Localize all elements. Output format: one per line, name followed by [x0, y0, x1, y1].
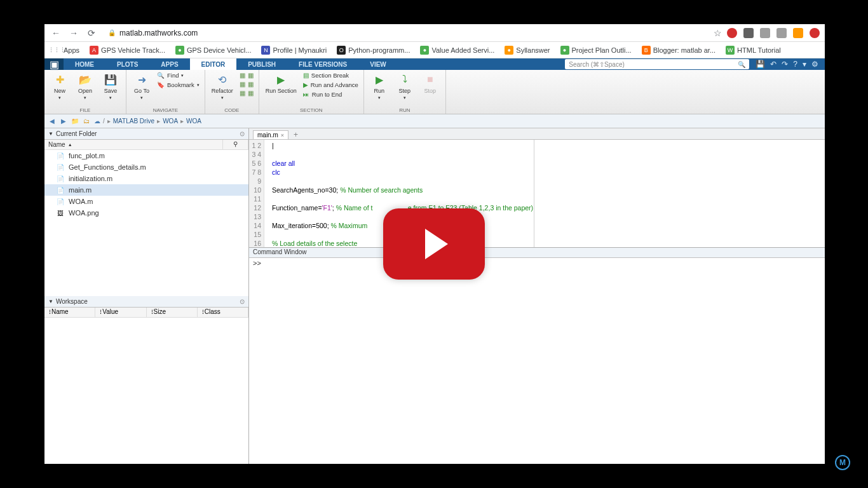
bookmark-item[interactable]: ●GPS Device Vehicl...: [172, 44, 255, 56]
ext-icon[interactable]: [776, 28, 787, 38]
file-row[interactable]: 📄WOA.m: [44, 196, 248, 207]
bookmark-item[interactable]: ●Value Added Servi...: [416, 44, 498, 56]
close-icon[interactable]: ×: [281, 132, 284, 139]
new-tab-button[interactable]: +: [290, 130, 302, 139]
code-opt-1[interactable]: ▦▦: [238, 71, 255, 79]
toolstrip-tab-editor[interactable]: EDITOR: [190, 58, 237, 70]
search-input[interactable]: Search (⌘⇧Space)🔍: [565, 59, 749, 69]
ext-icon[interactable]: [743, 28, 754, 38]
code-opt-3[interactable]: ▦▦: [238, 89, 255, 97]
toolstrip-tab-home[interactable]: HOME: [64, 58, 105, 70]
run-to-end-button[interactable]: ⏭Run to End: [302, 90, 360, 98]
current-folder-header: ▼Current Folder⊙: [44, 128, 248, 140]
ribbon: ✚New▾ 📂Open▾ 💾Save▾ FILE ➜Go To▾ 🔍Find▾ …: [44, 70, 825, 114]
bookmark-item[interactable]: NProfile | Mynaukri: [257, 44, 330, 56]
file-row[interactable]: 📄Get_Functions_details.m: [44, 161, 248, 173]
code-editor[interactable]: 1 2 3 4 5 6 7 8 9 10 11 12 13 14 15 16 |…: [249, 140, 825, 248]
run-section-button[interactable]: ▶Run Section: [263, 71, 299, 95]
help-icon[interactable]: ?: [793, 60, 797, 69]
forward-button[interactable]: →: [67, 27, 80, 39]
matlab-toolstrip: ▣ HOMEPLOTSAPPSEDITORPUBLISHFILE VERSION…: [44, 58, 825, 70]
gear-icon[interactable]: ⚙: [811, 60, 818, 69]
file-icon: 📄: [56, 197, 65, 206]
bookmark-button[interactable]: 🔖Bookmark▾: [156, 81, 201, 89]
section-break-button[interactable]: ▤Section Break: [302, 71, 360, 79]
toolstrip-tab-apps[interactable]: APPS: [149, 58, 189, 70]
code-opt-2[interactable]: ▦▦: [238, 80, 255, 88]
youtube-play-button[interactable]: [383, 208, 485, 280]
run-advance-button[interactable]: ▶Run and Advance: [302, 81, 360, 89]
file-icon: 📄: [56, 186, 65, 194]
goto-button[interactable]: ➜Go To▾: [130, 71, 153, 102]
command-window-header: Command Window: [249, 248, 825, 258]
git-col-icon: ⚲: [223, 140, 248, 149]
find-button[interactable]: 🔍Find▾: [156, 71, 201, 79]
file-icon: 📄: [56, 174, 65, 183]
ext-icon[interactable]: [793, 28, 803, 38]
panel-options-icon[interactable]: ⊙: [240, 298, 245, 305]
refactor-button[interactable]: ⟲Refactor▾: [209, 71, 236, 102]
crumb-root[interactable]: MATLAB Drive: [113, 118, 154, 125]
editor-split[interactable]: [534, 140, 534, 247]
save-icon[interactable]: 💾: [756, 60, 765, 69]
stop-button: ■Stop: [419, 71, 442, 95]
file-list: 📄func_plot.m📄Get_Functions_details.m📄ini…: [44, 150, 248, 296]
editor-tabs: main.m× +: [249, 128, 825, 140]
extension-icons: [727, 28, 820, 38]
file-row[interactable]: 📄main.m: [44, 184, 248, 196]
browser-toolbar: ← → ⟳ 🔒 matlab.mathworks.com ☆: [44, 24, 825, 42]
folder-columns: Name▲ ⚲: [44, 140, 248, 150]
file-row[interactable]: 📄func_plot.m: [44, 150, 248, 161]
toolstrip-tab-plots[interactable]: PLOTS: [105, 58, 149, 70]
toolstrip-tab-view[interactable]: VIEW: [358, 58, 398, 70]
workspace-body: [44, 318, 248, 464]
file-icon: 📄: [56, 163, 65, 172]
bookmark-item[interactable]: BBlogger: matlab ar...: [638, 44, 719, 56]
editor-tab-main[interactable]: main.m×: [253, 130, 288, 139]
line-numbers: 1 2 3 4 5 6 7 8 9 10 11 12 13 14 15 16: [249, 140, 264, 247]
save-button[interactable]: 💾Save▾: [99, 71, 122, 102]
matlab-logo-icon[interactable]: ▣: [44, 58, 64, 70]
path-browse-icon[interactable]: 🗂: [81, 116, 92, 126]
step-button[interactable]: ⤵Step▾: [393, 71, 416, 102]
address-bar[interactable]: 🔒 matlab.mathworks.com: [103, 27, 709, 39]
path-bar: ◀ ▶ 📁 🗂 ☁ /▸ MATLAB Drive ▸ WOA ▸ WOA: [44, 114, 825, 128]
cloud-icon: ☁: [94, 118, 100, 125]
file-row[interactable]: 📄initialization.m: [44, 173, 248, 184]
code-content[interactable]: | clear all clc SearchAgents_no=30; % Nu…: [264, 140, 825, 247]
run-button[interactable]: ▶Run▾: [368, 71, 391, 102]
crumb-1[interactable]: WOA: [163, 118, 178, 125]
path-forward-icon[interactable]: ▶: [58, 116, 69, 126]
workspace-columns: ⫶Name ⫶Value ⫶Size ⫶Class: [44, 308, 248, 318]
back-button[interactable]: ←: [50, 27, 62, 39]
bookmark-item[interactable]: OPython-programm...: [333, 44, 414, 56]
bookmark-item[interactable]: WHTML Tutorial: [722, 44, 785, 56]
star-icon[interactable]: ☆: [714, 28, 722, 38]
corner-badge-icon[interactable]: M: [835, 455, 850, 470]
crumb-2[interactable]: WOA: [186, 118, 201, 125]
bookmark-item[interactable]: ●Project Plan Outli...: [557, 44, 635, 56]
ext-icon[interactable]: [760, 28, 770, 38]
undo-icon[interactable]: ↶: [770, 60, 776, 69]
panel-options-icon[interactable]: ⊙: [240, 130, 245, 137]
bookmark-item[interactable]: ●Syllanswer: [501, 44, 553, 56]
lock-icon: 🔒: [108, 29, 116, 36]
bookmarks-bar: ⋮⋮⋮Apps AGPS Vehicle Track...●GPS Device…: [44, 42, 825, 58]
bookmark-item[interactable]: AGPS Vehicle Track...: [86, 44, 169, 56]
play-icon: [425, 229, 448, 259]
reload-button[interactable]: ⟳: [85, 27, 98, 39]
ext-icon[interactable]: [727, 28, 737, 38]
path-back-icon[interactable]: ◀: [47, 116, 57, 126]
apps-shortcut[interactable]: ⋮⋮⋮Apps: [48, 44, 83, 56]
user-icon[interactable]: ▾: [803, 60, 806, 69]
file-row[interactable]: 🖼WOA.png: [44, 207, 248, 219]
redo-icon[interactable]: ↷: [782, 60, 788, 69]
workspace-header: ▼Workspace⊙: [44, 296, 248, 308]
toolstrip-tab-publish[interactable]: PUBLISH: [236, 58, 287, 70]
new-button[interactable]: ✚New▾: [48, 71, 71, 102]
toolstrip-tab-file versions[interactable]: FILE VERSIONS: [287, 58, 358, 70]
open-button[interactable]: 📂Open▾: [74, 71, 97, 102]
path-up-icon[interactable]: 📁: [70, 116, 80, 126]
ext-icon[interactable]: [810, 28, 820, 38]
command-window[interactable]: >>: [249, 258, 825, 464]
